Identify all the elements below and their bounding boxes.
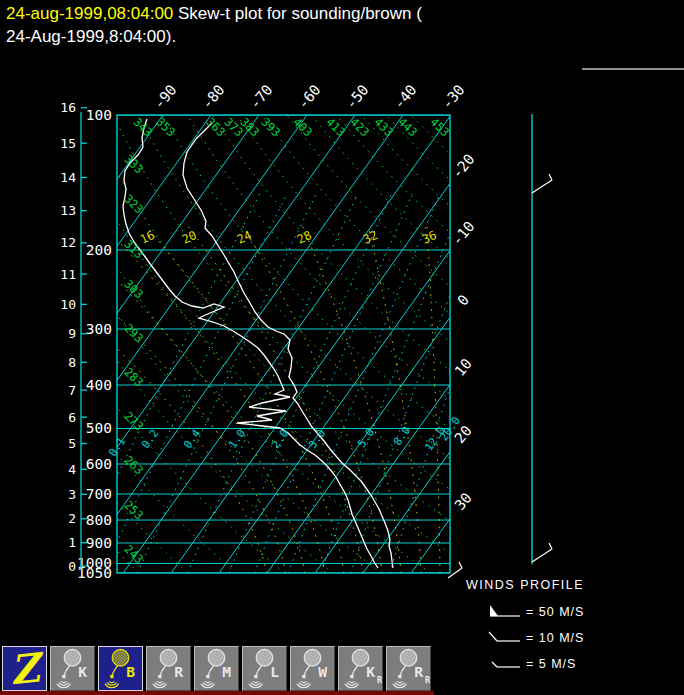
signal-arc-icon xyxy=(301,681,306,682)
dry-adiabat-line xyxy=(112,115,576,573)
height-tick-label: 13 xyxy=(60,203,76,218)
toolbar-button-rr[interactable]: RR xyxy=(386,646,431,691)
pressure-tick-label: 800 xyxy=(86,512,112,528)
moist-adiabat-line xyxy=(427,225,440,573)
balloon-string xyxy=(112,666,117,675)
isotherm-right-label: 10 xyxy=(451,356,474,380)
mixing-ratio-label: 1.0 xyxy=(226,427,248,451)
mixing-ratio-line xyxy=(188,194,358,573)
moist-adiabat-line xyxy=(0,225,267,573)
button-letter: L xyxy=(270,663,279,680)
pressure-tick-label: 200 xyxy=(86,242,112,258)
radiosonde-balloon-icon: KR xyxy=(339,647,382,690)
radiosonde-balloon-icon: L xyxy=(243,647,286,690)
height-tick-label: 1 xyxy=(68,535,76,550)
height-tick-label: 4 xyxy=(68,462,76,477)
isotherm-right-label: 0 xyxy=(454,292,472,309)
toolbar-button-r[interactable]: R xyxy=(146,646,191,691)
mixing-ratio-line xyxy=(288,194,439,573)
button-letter: M xyxy=(222,663,231,680)
isotherm-top-label: -60 xyxy=(295,82,324,112)
winds-profile-legend: WINDS PROFILE = 50 M/S = 10 M/S = 5 M/S xyxy=(466,578,681,678)
isotherm-line xyxy=(0,115,115,573)
isotherm-right-label: 30 xyxy=(451,490,474,514)
button-letter: W xyxy=(318,663,327,680)
dry-adiabat-line xyxy=(287,115,684,573)
wind-halfbarb-5-icon xyxy=(488,656,522,672)
dry-adiabat-label: 413 xyxy=(323,115,348,140)
dry-adiabat-lines xyxy=(0,115,684,573)
signal-arc-icon xyxy=(61,681,66,682)
sonde-box-icon xyxy=(206,675,209,678)
balloon-string xyxy=(304,666,309,675)
legend-label-50ms: = 50 M/S xyxy=(526,605,584,619)
sonde-box-icon xyxy=(302,675,305,678)
pressure-tick-label: 600 xyxy=(86,456,112,472)
dry-adiabat-label: 383 xyxy=(237,115,262,140)
moist-adiabat-line xyxy=(145,225,344,573)
signal-arc-icon xyxy=(253,681,258,682)
balloon-string xyxy=(208,666,213,675)
mixing-ratio-label: 0.4 xyxy=(181,427,203,451)
dry-adiabat-line xyxy=(311,115,684,573)
height-tick-label: 5 xyxy=(68,436,76,451)
height-tick-label: 15 xyxy=(60,136,76,151)
toolbar-button-z[interactable]: Z xyxy=(2,646,47,691)
radiosonde-balloon-icon: RR xyxy=(387,647,430,690)
pressure-tick-label: 1050 xyxy=(77,565,112,581)
legend-row-10ms: = 10 M/S xyxy=(466,626,681,652)
toolbar-button-m[interactable]: M xyxy=(194,646,239,691)
pressure-tick-label: 300 xyxy=(86,321,112,337)
height-tick-label: 8 xyxy=(68,355,76,370)
isotherm-line xyxy=(315,115,643,573)
wind-barb xyxy=(532,543,552,562)
wind-barb-tick xyxy=(549,174,552,180)
dry-adiabat-label: 303 xyxy=(121,277,146,302)
toolbar-button-b[interactable]: B xyxy=(98,646,143,691)
sonde-box-icon xyxy=(398,675,401,678)
dewpoint-trace xyxy=(123,119,378,568)
pressure-tick-label: 100 xyxy=(86,107,112,123)
dry-adiabat-line xyxy=(336,115,684,573)
height-tick-label: 3 xyxy=(68,487,76,502)
height-tick-label: 0 xyxy=(68,559,76,574)
toolbar-button-l[interactable]: L xyxy=(242,646,287,691)
toolbar-button-w[interactable]: W xyxy=(290,646,335,691)
wind-barb xyxy=(532,174,552,193)
signal-arc-icon xyxy=(157,681,162,682)
height-tick-label: 10 xyxy=(60,297,76,312)
balloon-string xyxy=(64,666,69,675)
dry-adiabat-label: 443 xyxy=(395,115,420,140)
toolbar-button-kr[interactable]: KR xyxy=(338,646,383,691)
isotherm-line xyxy=(459,115,684,573)
mixing-ratio-label: 5.0 xyxy=(355,426,377,450)
signal-arc-icon xyxy=(205,681,210,682)
dry-adiabat-label: 433 xyxy=(371,115,396,140)
height-tick-label: 2 xyxy=(68,511,76,526)
height-tick-label: 7 xyxy=(68,383,76,398)
radiosonde-balloon-icon: K xyxy=(51,647,94,690)
sonde-box-icon xyxy=(110,675,113,678)
button-letter-subscript: R xyxy=(377,675,382,685)
moist-adiabat-line xyxy=(19,225,286,573)
height-tick-label: 11 xyxy=(60,267,76,282)
height-tick-label: 6 xyxy=(68,410,76,425)
button-letter: R xyxy=(414,663,423,680)
sonde-box-icon xyxy=(62,675,65,678)
plot-clipped-layers xyxy=(0,115,684,573)
dry-adiabat-line xyxy=(0,115,285,573)
dry-adiabat-line xyxy=(212,115,684,573)
height-tick-label: 16 xyxy=(60,100,76,115)
dry-adiabat-line xyxy=(0,115,333,573)
dry-adiabat-label: 353 xyxy=(153,115,178,140)
mixing-ratio-line xyxy=(229,194,392,573)
moist-adiabat-label: 16 xyxy=(138,228,157,247)
isotherm-right-labels: -20-100102030 xyxy=(449,151,478,513)
pressure-tick-label: 400 xyxy=(86,377,112,393)
dry-adiabat-label: 263 xyxy=(121,453,146,478)
dry-adiabat-label: 393 xyxy=(258,115,283,140)
button-letter-subscript: R xyxy=(425,675,430,685)
button-letter: R xyxy=(174,663,183,680)
isotherm-line xyxy=(0,115,307,573)
toolbar-button-k[interactable]: K xyxy=(50,646,95,691)
